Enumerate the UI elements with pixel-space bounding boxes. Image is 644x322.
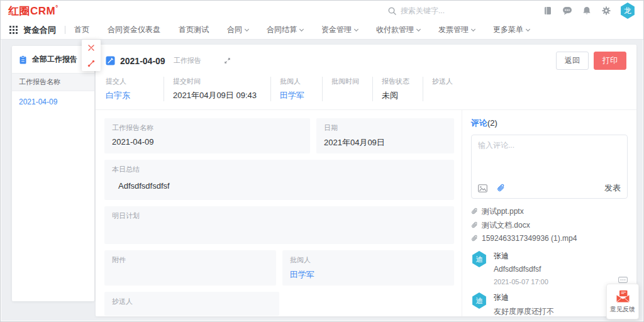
comments-title: 评论 (471, 118, 487, 128)
field-label: 明日计划 (112, 211, 447, 221)
search-input[interactable] (401, 6, 514, 15)
nav-item-invoice-management[interactable]: 发票管理 (438, 25, 475, 35)
info-label: 提交人 (106, 77, 155, 86)
paperclip-icon[interactable] (497, 184, 505, 192)
nav-item-label: 收付款管理 (376, 25, 414, 35)
field-cc: 抄送人 (104, 292, 279, 316)
avatar-char: 迪 (476, 296, 483, 306)
expand-icon[interactable] (224, 57, 231, 64)
attachment-name: 测试ppt.pptx (482, 206, 524, 217)
field-value: Adfsdfsdfsdfsf (118, 181, 447, 191)
chevron-down-icon (526, 27, 530, 31)
info-field-cc: 抄送人 (423, 77, 467, 101)
attachment-item[interactable]: 1592463317349936 (1).mp4 (471, 232, 628, 244)
notebook-icon[interactable] (538, 1, 557, 21)
attachment-name: 测试文档.docx (482, 220, 530, 231)
user-avatar[interactable]: 龙 (619, 3, 636, 19)
nav-item-home[interactable]: 首页 (74, 25, 89, 35)
chevron-down-icon (416, 27, 421, 31)
info-label: 批阅人 (280, 77, 313, 86)
field-value: 2021年04月09日 (324, 137, 447, 148)
resize-icon[interactable] (82, 55, 101, 71)
paperclip-icon (471, 235, 478, 242)
comment-input[interactable] (478, 140, 621, 182)
chevron-down-icon (299, 27, 304, 31)
avatar-char: 迪 (476, 255, 483, 264)
info-label: 批阅时间 (331, 77, 364, 86)
app-logo-degree: ° (55, 4, 58, 11)
info-field-reviewer: 批阅人 田学军 (270, 77, 322, 101)
comments-count: (2) (487, 118, 497, 128)
nav-item-label: 合同 (227, 25, 242, 35)
crm-app-window: 红圈CRM° 龙 资金合同 首页 合同资金仪 (0, 0, 644, 322)
attachment-item[interactable]: 测试文档.docx (471, 218, 628, 232)
field-report-name: 工作报告名称 2021-04-09 (104, 118, 310, 153)
main-navbar: 资金合同 首页 合同资金仪表盘 首页测试 合同 合同结算 资金管理 收付款管理 … (1, 21, 643, 40)
info-label: 抄送人 (432, 77, 458, 86)
detail-info-strip: 提交人 白宇东 提交时间 2021年04月09日 09:43 批阅人 田学军 批… (96, 74, 636, 109)
nav-item-label: 首页测试 (179, 25, 209, 35)
comment-input-box[interactable]: 发表 (471, 135, 628, 199)
page-title: 2021-04-09 (120, 56, 165, 66)
field-label: 批阅人 (290, 255, 447, 265)
submitter-link[interactable]: 白宇东 (106, 90, 155, 101)
report-detail-panel: 2021-04-09 工作报告 返回 打印 提交人 白宇东 提交时间 2021年… (96, 45, 636, 316)
bell-icon[interactable] (577, 1, 596, 21)
info-label: 提交时间 (173, 77, 262, 86)
nav-item-label: 更多菜单 (493, 25, 523, 35)
chat-icon[interactable] (557, 1, 577, 21)
nav-item-more-menu[interactable]: 更多菜单 (493, 25, 530, 35)
envelope-icon (616, 290, 630, 303)
record-type-label: 工作报告 (174, 56, 201, 65)
report-list-item[interactable]: 2021-04-09 (12, 91, 94, 113)
sidebar-title-label: 全部工作报告 (32, 54, 77, 65)
image-icon[interactable] (478, 184, 487, 192)
feedback-widget[interactable]: 意见反馈 (606, 284, 639, 319)
app-logo[interactable]: 红圈CRM° (8, 4, 58, 18)
global-search[interactable] (388, 6, 538, 15)
nav-item-contract-settlement[interactable]: 合同结算 (267, 25, 303, 35)
info-field-submitter: 提交人 白宇东 (106, 77, 164, 101)
navbar-divider (65, 26, 65, 34)
nav-item-contract-funds-dashboard[interactable]: 合同资金仪表盘 (108, 25, 160, 35)
close-icon[interactable] (82, 40, 101, 55)
nav-item-home-test[interactable]: 首页测试 (179, 25, 209, 35)
nav-item-payments-management[interactable]: 收付款管理 (376, 25, 420, 35)
gear-icon[interactable] (596, 1, 616, 21)
field-label: 工作报告名称 (112, 123, 303, 133)
commenter-name: 张迪 (494, 292, 554, 303)
top-header: 红圈CRM° 龙 (1, 1, 643, 21)
detail-header: 2021-04-09 工作报告 返回 打印 (96, 45, 636, 74)
commenter-avatar: 迪 (471, 251, 487, 267)
status-value: 未阅 (382, 90, 414, 101)
comment-item: 迪 张迪 Adfsdfsdfsdfsf 2021-05-07 17:00 (471, 251, 628, 286)
attachment-list: 测试ppt.pptx 测试文档.docx 1592463317349936 (1… (471, 204, 628, 244)
nav-item-label: 合同结算 (267, 25, 297, 35)
search-icon (388, 7, 396, 15)
info-field-report-status: 报告状态 未阅 (372, 77, 423, 101)
field-reviewer-link[interactable]: 田学军 (290, 269, 447, 280)
content-area: 全部工作报告 工作报告名称 2021-04-09 2021-04-09 工作报告 (1, 40, 643, 321)
comment-text: 友好度厚度还打不 (494, 306, 554, 316)
apps-grid-icon[interactable] (9, 26, 18, 34)
commenter-name: 张迪 (494, 251, 548, 262)
app-logo-text: 红圈CRM (8, 5, 55, 17)
post-comment-button[interactable]: 发表 (604, 182, 621, 194)
field-today-summary: 本日总结 Adfsdfsdfsdfsf (104, 160, 454, 200)
user-avatar-char: 龙 (624, 6, 631, 16)
nav-item-funds-management[interactable]: 资金管理 (321, 25, 358, 35)
nav-item-label: 发票管理 (438, 25, 469, 35)
paperclip-icon (471, 208, 478, 215)
commenter-avatar: 迪 (471, 292, 487, 309)
feedback-label: 意见反馈 (610, 305, 635, 314)
attachment-name: 1592463317349936 (1).mp4 (482, 234, 577, 243)
info-field-submit-time: 提交时间 2021年04月09日 09:43 (164, 77, 270, 101)
workspace-title[interactable]: 资金合同 (23, 25, 56, 36)
reviewer-link[interactable]: 田学军 (280, 90, 313, 101)
report-form: 工作报告名称 2021-04-09 日期 2021年04月09日 本日总结 Ad… (96, 110, 462, 316)
print-button[interactable]: 打印 (594, 52, 626, 70)
nav-item-contract[interactable]: 合同 (227, 25, 248, 35)
nav-item-label: 首页 (74, 25, 89, 35)
attachment-item[interactable]: 测试ppt.pptx (471, 204, 628, 218)
back-button[interactable]: 返回 (556, 52, 589, 70)
